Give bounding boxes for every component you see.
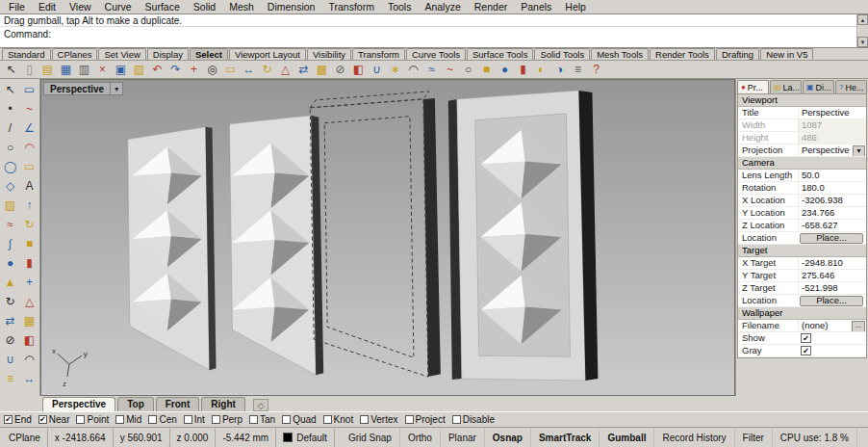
status-pane[interactable]: Grid Snap <box>341 429 400 447</box>
zoom-window-icon[interactable]: ▭ <box>222 62 239 78</box>
open-file-icon[interactable]: ▤ <box>39 62 56 78</box>
viewport-tab[interactable]: Right <box>201 397 245 411</box>
loft-icon[interactable]: ≈ <box>1 216 20 235</box>
cylinder-icon[interactable]: ▮ <box>20 254 39 274</box>
checkbox-icon[interactable] <box>76 415 85 424</box>
trim-icon[interactable]: ⊘ <box>332 62 348 78</box>
polygon-icon[interactable]: ◇ <box>1 177 20 197</box>
circle-icon[interactable]: ○ <box>1 139 20 158</box>
mirror-icon[interactable]: ⇄ <box>295 62 312 78</box>
relief-panel-2[interactable] <box>229 116 323 375</box>
help-icon[interactable]: ? <box>588 62 604 78</box>
status-pane[interactable]: Ortho <box>400 429 441 447</box>
checkbox-icon[interactable] <box>452 415 461 424</box>
osnap-toggle[interactable]: Cen <box>148 414 176 425</box>
ellipse-icon[interactable]: ◯ <box>1 158 20 177</box>
toolbar-tab[interactable]: Display <box>147 48 189 60</box>
toolbar-tab[interactable]: Surface Tools <box>467 48 533 60</box>
property-value[interactable]: Perspective <box>798 107 866 118</box>
scroll-down-icon[interactable]: ▼ <box>857 37 868 47</box>
menu-item[interactable]: Dimension <box>261 0 322 13</box>
status-pane[interactable]: SmartTrack <box>531 429 600 447</box>
toolbar-tab[interactable]: Render Tools <box>650 48 715 60</box>
checkbox-icon[interactable] <box>115 415 124 424</box>
shade-icon[interactable]: ◐ <box>533 62 549 78</box>
status-segment[interactable]: CPlane <box>2 429 48 447</box>
toolbar-tab[interactable]: Select <box>190 48 228 60</box>
menu-item[interactable]: Curve <box>98 0 139 13</box>
menu-item[interactable]: View <box>63 0 98 13</box>
checkbox-icon[interactable]: ✔ <box>4 415 13 424</box>
undo-icon[interactable]: ↶ <box>149 62 166 78</box>
sphere-icon[interactable]: ● <box>1 254 20 274</box>
copy-icon[interactable]: ▣ <box>113 62 129 78</box>
curve-icon[interactable]: ~ <box>20 100 39 119</box>
extrude-icon[interactable]: ↑ <box>20 197 39 216</box>
toolbar-tab[interactable]: Visibility <box>307 48 351 60</box>
property-value[interactable]: -2948.810 <box>798 257 866 269</box>
perspective-viewport[interactable]: Perspective ▼ <box>40 79 735 396</box>
menu-item[interactable]: Tools <box>381 0 419 13</box>
dimension-icon[interactable]: ↔ <box>20 370 39 389</box>
rotate-icon[interactable]: ↻ <box>1 293 20 312</box>
checkbox-icon[interactable]: ✔ <box>38 415 47 424</box>
viewport-title[interactable]: Perspective <box>43 82 111 95</box>
panel-tab[interactable]: ▤La... <box>770 80 802 93</box>
relief-panel-4[interactable] <box>448 91 599 381</box>
status-pane[interactable]: Filter <box>735 429 773 447</box>
pan-icon[interactable]: + <box>186 62 202 78</box>
status-pane[interactable]: Planar <box>441 429 485 447</box>
join-icon[interactable]: ∪ <box>369 62 385 78</box>
scale-icon[interactable]: △ <box>277 62 294 78</box>
rotate-icon[interactable]: ↻ <box>259 62 275 78</box>
fillet-icon[interactable]: ◠ <box>405 62 421 78</box>
scroll-up-icon[interactable]: ▲ <box>857 14 868 25</box>
status-segment[interactable]: x -2418.664 <box>48 429 114 447</box>
toolbar-tab[interactable]: Curve Tools <box>406 48 466 60</box>
osnap-toggle[interactable]: Vertex <box>360 414 397 425</box>
fillet-icon[interactable]: ◠ <box>20 351 39 370</box>
osnap-toggle[interactable]: Perp <box>212 414 243 425</box>
property-value[interactable]: (none) <box>798 320 866 331</box>
property-value[interactable]: ✔ <box>801 333 811 343</box>
property-value[interactable]: 1087 <box>798 119 866 131</box>
save-icon[interactable]: ▦ <box>58 62 74 78</box>
selection-brush-icon[interactable]: ↖ <box>3 62 19 78</box>
explode-icon[interactable]: ∗ <box>387 62 403 78</box>
menu-item[interactable]: File <box>2 0 32 13</box>
line-icon[interactable]: / <box>1 119 20 139</box>
checkbox-icon[interactable] <box>323 415 332 424</box>
property-value[interactable]: 50.0 <box>798 170 866 181</box>
revolve-icon[interactable]: ↻ <box>20 216 39 235</box>
toolbar-tab[interactable]: Transform <box>352 48 405 60</box>
property-value[interactable]: -658.627 <box>798 220 866 231</box>
status-pane[interactable]: CPU use: 1.8 % <box>773 429 857 447</box>
property-value[interactable]: 275.646 <box>798 270 866 281</box>
status-segment[interactable]: -5.442 mm <box>216 429 276 447</box>
property-value[interactable]: Place... <box>800 233 863 244</box>
menu-item[interactable]: Analyze <box>418 0 467 13</box>
box-icon[interactable]: ■ <box>20 235 39 254</box>
toolbar-tab[interactable]: Viewport Layout <box>229 48 306 60</box>
osnap-toggle[interactable]: Mid <box>115 414 141 425</box>
box-icon[interactable]: ■ <box>478 62 495 78</box>
panel-tab[interactable]: ?He... <box>835 80 867 93</box>
layers-icon[interactable]: ≡ <box>570 62 586 78</box>
status-pane[interactable]: Osnap <box>485 429 531 447</box>
menu-item[interactable]: Mesh <box>222 0 261 13</box>
panel-tab[interactable]: ▣Di... <box>803 80 834 93</box>
viewport-dropdown-icon[interactable]: ▼ <box>111 82 123 95</box>
property-value[interactable]: 234.766 <box>798 207 866 219</box>
checkbox-icon[interactable] <box>360 415 369 424</box>
status-segment[interactable]: y 560.901 <box>114 429 170 447</box>
property-value[interactable]: -521.998 <box>798 282 866 294</box>
menu-item[interactable]: Render <box>468 0 514 13</box>
menu-item[interactable]: Surface <box>139 0 187 13</box>
viewport-canvas[interactable]: x y z <box>41 80 734 395</box>
cylinder-icon[interactable]: ▮ <box>515 62 531 78</box>
redo-icon[interactable]: ↷ <box>167 62 184 78</box>
cut-icon[interactable]: × <box>94 62 111 78</box>
checkbox-icon[interactable] <box>282 415 291 424</box>
cone-icon[interactable]: ▲ <box>1 274 20 293</box>
menu-item[interactable]: Help <box>558 0 593 13</box>
